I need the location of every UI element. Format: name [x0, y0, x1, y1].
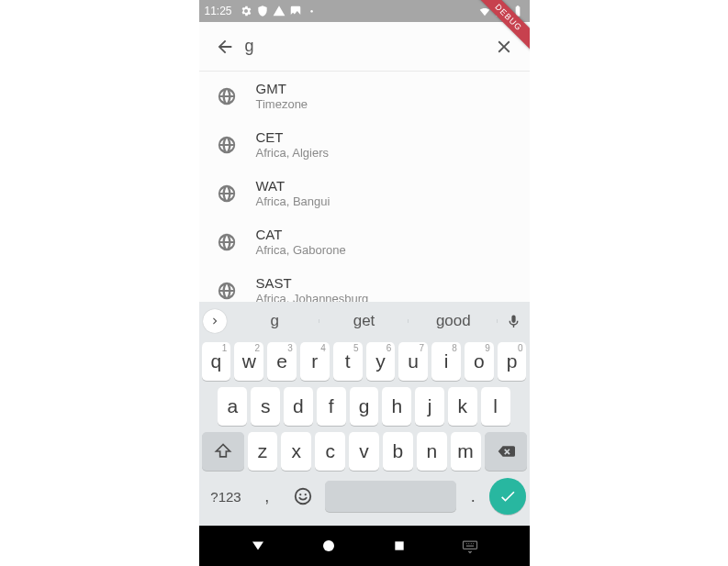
period-key[interactable]: . [460, 477, 487, 516]
key-x[interactable]: x [281, 432, 311, 471]
status-bar: 11:25 ● [199, 0, 530, 22]
nav-home-button[interactable] [319, 536, 339, 556]
warning-icon [273, 5, 286, 17]
result-subtitle: Africa, Johannesburg [256, 292, 369, 302]
symbols-key[interactable]: ?123 [202, 478, 251, 515]
expand-suggestions-button[interactable] [203, 309, 227, 333]
result-title: SAST [256, 275, 369, 291]
key-i[interactable]: i8 [431, 342, 461, 381]
result-title: CAT [256, 227, 346, 242]
image-icon [289, 5, 302, 17]
comma-key[interactable]: , [254, 477, 281, 516]
keyboard-suggestion[interactable]: good [409, 312, 498, 330]
phone-frame: DEBUG 11:25 ● GMTTimezoneCETAfrica, Algi… [199, 0, 530, 566]
chevron-right-icon [208, 315, 221, 327]
android-nav-bar [199, 526, 530, 566]
key-j[interactable]: j [415, 387, 444, 426]
svg-point-2 [304, 494, 306, 495]
key-k[interactable]: k [448, 387, 477, 426]
key-e[interactable]: e3 [267, 342, 297, 381]
shield-icon [256, 5, 269, 17]
result-title: WAT [256, 178, 330, 194]
back-button[interactable] [207, 28, 243, 65]
backspace-icon [497, 442, 515, 461]
keyboard-suggestion[interactable]: g [230, 312, 319, 330]
nav-back-button[interactable] [248, 536, 268, 556]
nav-hide-keyboard-button[interactable] [460, 536, 480, 556]
key-p[interactable]: p0 [498, 342, 527, 381]
search-result-item[interactable]: GMTTimezone [199, 72, 530, 120]
key-d[interactable]: d [284, 387, 313, 426]
globe-icon [214, 229, 240, 255]
key-y[interactable]: y6 [366, 342, 396, 381]
soft-keyboard: g get good q1w2e3r4t5y6u7i8o9p0 asdfghjk… [199, 302, 530, 526]
key-v[interactable]: v [349, 432, 379, 471]
svg-point-3 [323, 540, 334, 551]
search-bar [199, 22, 530, 72]
status-time: 11:25 [205, 5, 232, 17]
shift-key[interactable] [202, 432, 244, 471]
close-icon [494, 37, 514, 57]
voice-input-button[interactable] [498, 314, 529, 329]
search-result-item[interactable]: SASTAfrica, Johannesburg [199, 266, 530, 302]
key-w[interactable]: w2 [234, 342, 263, 381]
globe-icon [214, 278, 240, 303]
svg-rect-5 [464, 541, 477, 549]
search-result-item[interactable]: WATAfrica, Bangui [199, 169, 530, 217]
emoji-key[interactable] [284, 477, 321, 516]
dot-icon: ● [306, 5, 319, 17]
search-result-item[interactable]: CATAfrica, Gaborone [199, 217, 530, 266]
result-title: GMT [256, 81, 308, 96]
search-result-item[interactable]: CETAfrica, Algiers [199, 120, 530, 169]
arrow-back-icon [215, 37, 235, 57]
gear-icon [240, 5, 252, 17]
svg-point-1 [299, 494, 301, 495]
key-g[interactable]: g [350, 387, 379, 426]
triangle-down-icon [250, 538, 266, 554]
key-u[interactable]: u7 [398, 342, 428, 381]
emoji-icon [293, 486, 313, 506]
key-h[interactable]: h [382, 387, 411, 426]
backspace-key[interactable] [485, 432, 527, 471]
enter-key[interactable] [489, 478, 526, 515]
result-subtitle: Africa, Bangui [256, 194, 330, 208]
key-l[interactable]: l [481, 387, 510, 426]
keyboard-suggestion-bar: g get good [199, 302, 530, 340]
key-s[interactable]: s [251, 387, 280, 426]
spacebar-key[interactable] [325, 481, 456, 512]
key-c[interactable]: c [315, 432, 345, 471]
square-icon [392, 538, 407, 553]
key-q[interactable]: q1 [202, 342, 231, 381]
keyboard-suggestion[interactable]: get [319, 312, 409, 330]
key-f[interactable]: f [317, 387, 346, 426]
check-icon [498, 487, 517, 505]
key-t[interactable]: t5 [333, 342, 363, 381]
circle-icon [320, 538, 337, 554]
globe-icon [214, 83, 240, 109]
search-results: GMTTimezoneCETAfrica, AlgiersWATAfrica, … [199, 72, 530, 302]
search-input[interactable] [243, 37, 486, 56]
key-b[interactable]: b [383, 432, 413, 471]
result-subtitle: Timezone [256, 97, 308, 111]
result-title: CET [256, 129, 329, 145]
key-n[interactable]: n [417, 432, 447, 471]
key-o[interactable]: o9 [465, 342, 494, 381]
globe-icon [214, 181, 240, 206]
svg-rect-4 [395, 541, 403, 549]
shift-icon [214, 442, 232, 461]
svg-point-0 [295, 489, 310, 505]
result-subtitle: Africa, Gaborone [256, 243, 346, 257]
globe-icon [214, 132, 240, 158]
key-m[interactable]: m [451, 432, 481, 471]
result-subtitle: Africa, Algiers [256, 146, 329, 160]
key-r[interactable]: r4 [300, 342, 330, 381]
nav-recents-button[interactable] [389, 536, 409, 556]
key-z[interactable]: z [248, 432, 278, 471]
mic-icon [506, 314, 521, 329]
keyboard-icon [461, 537, 479, 555]
key-a[interactable]: a [218, 387, 247, 426]
